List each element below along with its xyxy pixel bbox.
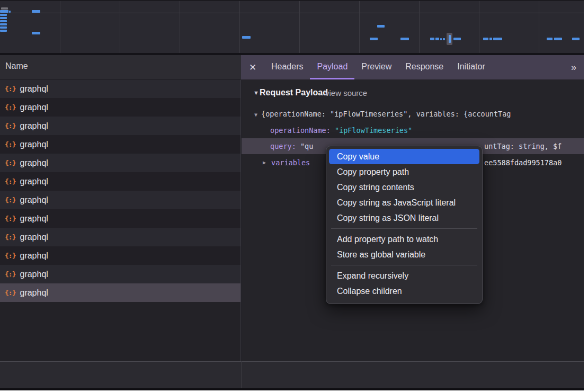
table-row[interactable]: {:}graphql xyxy=(0,209,240,228)
tab-initiator[interactable]: Initiator xyxy=(450,55,492,79)
network-activity-bar xyxy=(400,38,409,40)
overview-vertical-gridline xyxy=(299,1,300,54)
name-column-label: Name xyxy=(5,61,28,71)
menu-item-add-property-path-to-watch[interactable]: Add property path to watch xyxy=(329,231,479,247)
panel-divider xyxy=(241,361,242,388)
tab-preview[interactable]: Preview xyxy=(354,55,398,79)
table-row[interactable]: {:}graphql xyxy=(0,79,240,98)
network-activity-bar xyxy=(0,20,7,22)
network-activity-bar xyxy=(370,38,378,40)
menu-item-expand-recursively[interactable]: Expand recursively xyxy=(329,268,479,283)
table-row[interactable]: {:}graphql xyxy=(0,135,240,154)
network-activity-bar xyxy=(435,38,439,40)
devtools-window: Name ✕ HeadersPayloadPreviewResponseInit… xyxy=(0,0,584,388)
request-name-label: graphql xyxy=(20,84,48,94)
menu-item-copy-string-as-javascript-literal[interactable]: Copy string as JavaScript literal xyxy=(329,195,479,210)
menu-item-store-as-global-variable[interactable]: Store as global variable xyxy=(329,247,479,262)
json-braces-icon: {:} xyxy=(5,122,15,130)
table-row[interactable]: {:}graphql xyxy=(0,265,240,283)
section-collapse-toggle[interactable]: ▼ xyxy=(253,90,259,96)
overview-vertical-gridline xyxy=(180,1,180,54)
table-row[interactable]: {:}graphql xyxy=(0,117,240,135)
requests-column-header[interactable]: Name xyxy=(0,55,241,79)
window-bottom-edge xyxy=(0,388,584,390)
table-row[interactable]: {:}graphql xyxy=(0,98,240,117)
network-activity-bar xyxy=(0,10,8,13)
close-icon[interactable]: ✕ xyxy=(241,55,264,79)
menu-item-copy-value[interactable]: Copy value xyxy=(329,149,479,164)
network-activity-bar xyxy=(572,38,580,40)
overview-vertical-gridline xyxy=(60,1,60,54)
json-braces-icon: {:} xyxy=(5,252,15,260)
request-name-label: graphql xyxy=(20,195,48,205)
overview-vertical-gridline xyxy=(120,1,120,54)
menu-item-copy-string-as-json-literal[interactable]: Copy string as JSON literal xyxy=(329,210,479,226)
tab-payload[interactable]: Payload xyxy=(310,55,354,79)
table-row[interactable]: {:}graphql xyxy=(0,191,240,209)
request-name-label: graphql xyxy=(20,251,48,261)
network-activity-bar xyxy=(489,38,492,40)
network-activity-bar xyxy=(32,32,40,34)
json-braces-icon: {:} xyxy=(5,85,15,93)
overview-marker-tick xyxy=(449,35,451,43)
variables-expand-toggle[interactable]: ▶ xyxy=(263,159,266,165)
query-value-left: "qu xyxy=(300,142,313,150)
table-row[interactable]: {:}graphql xyxy=(0,283,240,302)
view-source-link[interactable]: view source xyxy=(325,88,367,97)
tab-list: HeadersPayloadPreviewResponseInitiator xyxy=(264,55,492,79)
network-activity-bar xyxy=(0,17,7,19)
menu-item-copy-property-path[interactable]: Copy property path xyxy=(329,164,479,180)
request-name-label: graphql xyxy=(20,288,48,298)
menu-separator xyxy=(331,228,477,229)
table-row[interactable]: {:}graphql xyxy=(0,154,240,172)
menu-separator xyxy=(331,265,477,265)
network-activity-bar xyxy=(0,26,7,29)
request-name-label: graphql xyxy=(20,103,48,112)
json-braces-icon: {:} xyxy=(5,215,15,222)
tab-headers[interactable]: Headers xyxy=(264,55,310,79)
json-braces-icon: {:} xyxy=(5,270,15,278)
section-title: Request Payload xyxy=(260,88,328,97)
json-braces-icon: {:} xyxy=(5,196,15,204)
operationname-key: operationName: xyxy=(270,126,331,135)
request-name-label: graphql xyxy=(20,270,48,279)
network-activity-bar xyxy=(443,38,445,40)
network-activity-bar xyxy=(493,38,502,40)
json-braces-icon: {:} xyxy=(5,233,15,241)
network-activity-bar xyxy=(32,10,40,13)
table-row[interactable]: {:}graphql xyxy=(0,228,240,246)
bottom-empty-strip xyxy=(0,361,584,388)
menu-item-collapse-children[interactable]: Collapse children xyxy=(329,283,479,299)
json-braces-icon: {:} xyxy=(5,140,15,148)
query-value-right: untTag: string, $f xyxy=(484,142,562,150)
more-tabs-icon[interactable]: » xyxy=(563,55,584,79)
request-name-label: graphql xyxy=(20,121,48,131)
network-activity-bar xyxy=(1,7,8,10)
json-braces-icon: {:} xyxy=(5,177,15,185)
variables-key: variables xyxy=(271,158,310,167)
network-activity-bar xyxy=(430,38,434,40)
request-name-label: graphql xyxy=(20,158,48,168)
network-activity-bar xyxy=(440,38,442,40)
context-menu: Copy valueCopy property pathCopy string … xyxy=(326,146,483,304)
network-activity-bar xyxy=(554,38,562,40)
menu-item-copy-string-contents[interactable]: Copy string contents xyxy=(329,180,479,195)
table-row[interactable]: {:}graphql xyxy=(0,246,240,265)
json-braces-icon: {:} xyxy=(5,103,15,111)
request-name-label: graphql xyxy=(20,214,48,224)
root-expand-toggle[interactable]: ▼ xyxy=(254,112,257,118)
tab-response[interactable]: Response xyxy=(398,55,450,79)
payload-operationname-row[interactable]: operationName: "ipFlowTimeseries" xyxy=(270,126,412,135)
network-activity-bar xyxy=(547,38,553,40)
network-activity-bar xyxy=(9,11,11,13)
root-preview-text: {operationName: "ipFlowTimeseries", vari… xyxy=(261,110,511,118)
requests-list: {:}graphql{:}graphql{:}graphql{:}graphql… xyxy=(0,79,241,361)
overview-vertical-gridline xyxy=(479,1,479,54)
request-name-label: graphql xyxy=(20,233,48,242)
network-activity-bar xyxy=(453,38,461,40)
table-row[interactable]: {:}graphql xyxy=(0,172,240,191)
network-overview-timeline[interactable] xyxy=(0,0,584,53)
query-row-text: query: "qu xyxy=(270,142,313,150)
overview-vertical-gridline xyxy=(419,1,420,54)
payload-root-row[interactable]: ▼{operationName: "ipFlowTimeseries", var… xyxy=(254,110,582,118)
